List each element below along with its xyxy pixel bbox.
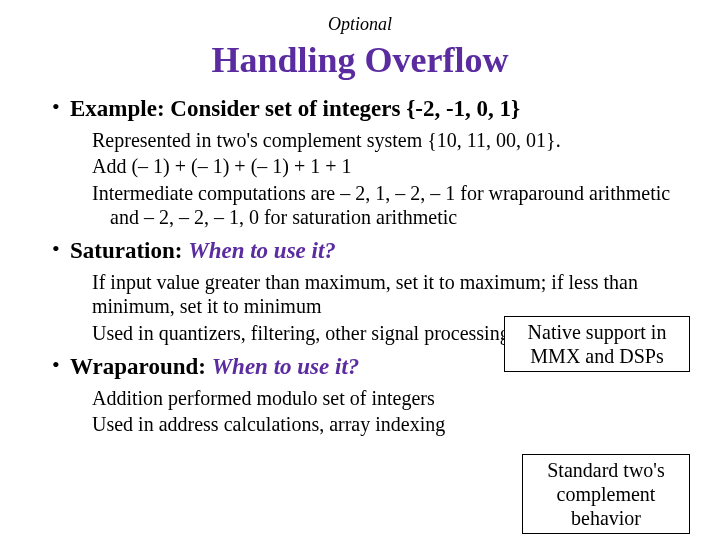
optional-label: Optional xyxy=(38,14,682,35)
callout-saturation: Native support in MMX and DSPs xyxy=(504,316,690,372)
saturation-heading-prefix: Saturation: xyxy=(70,238,188,263)
slide-title: Handling Overflow xyxy=(38,39,682,81)
example-line-1: Represented in two's complement system {… xyxy=(92,128,682,152)
wraparound-heading-question: When to use it? xyxy=(212,354,360,379)
example-line-3: Intermediate computations are – 2, 1, – … xyxy=(92,181,682,230)
bullet-example-heading: Example: Consider set of integers {-2, -… xyxy=(70,96,520,121)
example-line-2: Add (– 1) + (– 1) + (– 1) + 1 + 1 xyxy=(92,154,682,178)
wraparound-line-1: Addition performed modulo set of integer… xyxy=(92,386,522,410)
callout-wraparound: Standard two's complement behavior xyxy=(522,454,690,534)
saturation-line-1: If input value greater than maximum, set… xyxy=(92,270,682,319)
bullet-example: Example: Consider set of integers {-2, -… xyxy=(52,95,682,229)
wraparound-line-2: Used in address calculations, array inde… xyxy=(92,412,522,436)
saturation-heading-question: When to use it? xyxy=(188,238,336,263)
wraparound-heading-prefix: Wraparound: xyxy=(70,354,212,379)
bullet-wraparound-body: Addition performed modulo set of integer… xyxy=(92,386,522,437)
bullet-example-body: Represented in two's complement system {… xyxy=(92,128,682,230)
